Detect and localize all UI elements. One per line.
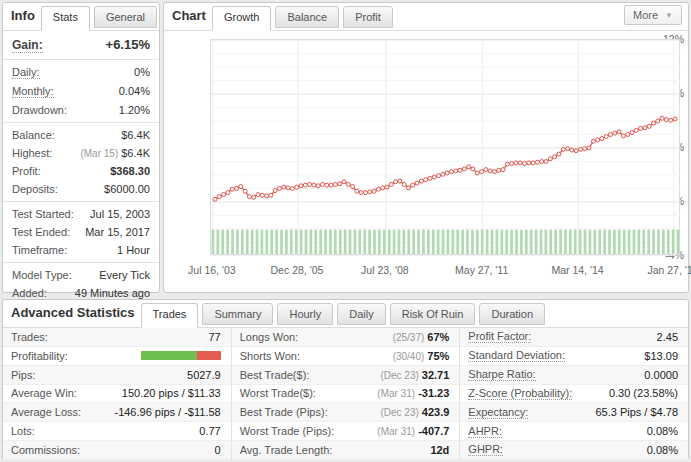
- info-label: Drawdown:: [12, 104, 67, 116]
- stat-label: GHPR:: [468, 443, 503, 456]
- stat-label: Trades:: [11, 331, 48, 343]
- info-value: 1 Hour: [117, 244, 150, 256]
- stat-label: Average Loss:: [11, 406, 81, 418]
- tab-profit[interactable]: Profit: [343, 6, 393, 28]
- stat-row-average-win: Average Win:150.20 pips / $11.33: [3, 385, 231, 404]
- advanced-statistics-tabs: TradesSummaryHourlyDailyRisk Of RuinDura…: [141, 303, 549, 327]
- stat-label: Expectancy:: [468, 406, 528, 419]
- info-value: 1.20%: [119, 104, 150, 116]
- stat-label: Sharpe Ratio:: [468, 368, 535, 381]
- info-value: 49 Minutes ago: [75, 287, 150, 299]
- tab-daily[interactable]: Daily: [337, 303, 385, 325]
- profitability-bar: [141, 351, 221, 360]
- info-value: $368.30: [110, 165, 150, 177]
- value-main: 0.0000: [644, 369, 678, 381]
- stat-value: (30/40)75%: [393, 350, 450, 362]
- info-label: Daily:: [12, 66, 40, 79]
- value-main: $6000.00: [104, 183, 150, 195]
- stat-value: 0.08%: [647, 444, 678, 456]
- stat-row-expectancy: Expectancy:65.3 Pips / $4.78: [460, 403, 688, 422]
- stat-label: Z-Score (Probability):: [468, 387, 572, 400]
- stat-row-ahpr: AHPR:0.08%: [460, 422, 688, 441]
- stats-column-2: Longs Won:(25/37)67%Shorts Won:(30/40)75…: [231, 328, 460, 460]
- x-tick-label: Dec 28, '05: [271, 264, 324, 276]
- advanced-statistics-title: Advanced Statistics: [9, 305, 141, 327]
- value-main: Mar 15, 2017: [85, 226, 150, 238]
- stat-row-best-trade-pips: Best Trade (Pips):(Dec 23)423.9: [232, 403, 460, 422]
- value-main: +6.15%: [106, 37, 150, 52]
- stat-row-profit-factor: Profit Factor:2.45: [460, 328, 688, 347]
- stat-label: Worst Trade($):: [240, 387, 316, 399]
- stat-label: Best Trade (Pips):: [240, 406, 328, 418]
- stat-value: 12d: [430, 444, 449, 456]
- growth-line-chart: [211, 40, 681, 256]
- tab-stats[interactable]: Stats: [41, 6, 90, 31]
- stat-label: AHPR:: [468, 425, 502, 438]
- info-row-monthly: Monthly:0.04%: [3, 82, 159, 101]
- stat-value: 150.20 pips / $11.33: [122, 387, 221, 399]
- value-main: 32.71: [422, 369, 450, 381]
- tab-trades[interactable]: Trades: [141, 303, 199, 328]
- tab-hourly[interactable]: Hourly: [277, 303, 333, 325]
- tab-risk-of-ruin[interactable]: Risk Of Ruin: [390, 303, 476, 325]
- growth-chart-plot: [210, 39, 680, 255]
- stat-label: Commissions:: [11, 444, 80, 456]
- value-main: 67%: [427, 331, 449, 343]
- stat-value: (Dec 23)32.71: [380, 369, 449, 381]
- info-row-gain: Gain:+6.15%: [3, 34, 159, 56]
- chart-panel-title: Chart: [170, 8, 212, 30]
- value-main: 77: [208, 331, 220, 343]
- stat-value: 5027.9: [187, 369, 221, 381]
- tab-summary[interactable]: Summary: [202, 303, 273, 325]
- stat-value: 77: [208, 331, 220, 343]
- info-label: Added:: [12, 287, 47, 299]
- profitability-bar-win: [141, 351, 198, 360]
- value-main: 1.20%: [119, 104, 150, 116]
- tab-growth[interactable]: Growth: [212, 6, 271, 31]
- tab-general[interactable]: General: [94, 6, 157, 28]
- value-prefix: (25/37): [393, 332, 425, 343]
- more-button[interactable]: More ▼: [624, 5, 682, 25]
- chart-panel-header: Chart GrowthBalanceProfit More ▼: [164, 3, 688, 31]
- value-main: 75%: [427, 350, 449, 362]
- stat-row-avg-trade-length: Avg. Trade Length:12d: [232, 441, 460, 460]
- value-main: 0: [215, 444, 221, 456]
- stat-label: Average Win:: [11, 387, 77, 399]
- stat-label: Best Trade($):: [240, 369, 310, 381]
- info-value: Every Tick: [99, 269, 150, 281]
- stat-value: (Mar 31)-31.23: [377, 387, 449, 399]
- info-value: (Mar 15)$6.4K: [80, 147, 150, 159]
- value-main: $6.4K: [121, 129, 150, 141]
- value-main: 5027.9: [187, 369, 221, 381]
- info-row-test-ended: Test Ended:Mar 15, 2017: [3, 223, 159, 241]
- tab-balance[interactable]: Balance: [275, 6, 339, 28]
- stat-value: (25/37)67%: [393, 331, 450, 343]
- info-section: Balance:$6.4KHighest:(Mar 15)$6.4KProfit…: [3, 123, 159, 202]
- info-section: Daily:0%Monthly:0.04%Drawdown:1.20%: [3, 60, 159, 123]
- more-button-label: More: [633, 9, 658, 21]
- info-label: Gain:: [12, 38, 43, 53]
- tab-duration[interactable]: Duration: [479, 303, 545, 325]
- stat-row-longs-won: Longs Won:(25/37)67%: [232, 328, 460, 347]
- info-label: Profit:: [12, 165, 41, 177]
- stat-label: Shorts Won:: [240, 350, 300, 362]
- advanced-statistics-header: Advanced Statistics TradesSummaryHourlyD…: [3, 300, 688, 328]
- value-main: Every Tick: [99, 269, 150, 281]
- stat-row-commissions: Commissions:0: [3, 441, 231, 460]
- stat-row-ghpr: GHPR:0.08%: [460, 441, 688, 460]
- stat-value: 0.30 (23.58%): [609, 387, 678, 399]
- info-value: $6000.00: [104, 183, 150, 195]
- info-label: Balance:: [12, 129, 55, 141]
- value-main: $6.4K: [121, 147, 150, 159]
- info-label: Deposits:: [12, 183, 58, 195]
- value-main: 0.08%: [647, 444, 678, 456]
- value-prefix: (Mar 31): [377, 388, 415, 399]
- stat-value: 0: [215, 444, 221, 456]
- chart-panel: Chart GrowthBalanceProfit More ▼ 12%8%4%…: [163, 2, 689, 293]
- info-value: Jul 15, 2003: [90, 208, 150, 220]
- value-prefix: (30/40): [393, 351, 425, 362]
- chart-tabs: GrowthBalanceProfit: [212, 6, 397, 30]
- stat-value: 0.77: [199, 425, 220, 437]
- x-tick-label: May 27, '11: [455, 264, 508, 276]
- stat-label: Standard Deviation:: [468, 349, 565, 362]
